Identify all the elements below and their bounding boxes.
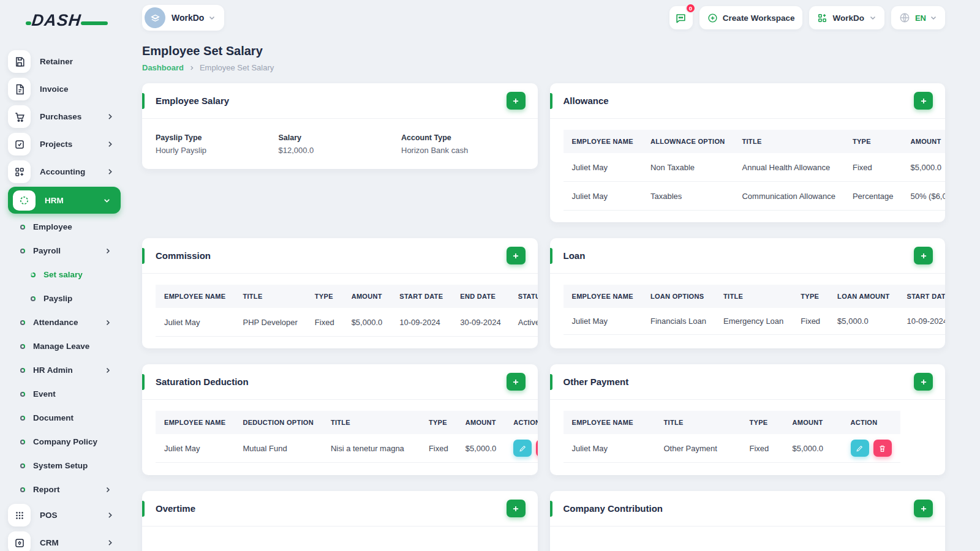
cell-status: Active [510, 308, 538, 337]
logo-text: DASH [31, 11, 82, 30]
cell-option: Mutual Fund [234, 434, 322, 463]
workspace-avatar [145, 7, 165, 28]
col-header: AMOUNT [457, 411, 505, 434]
commission-card: Commission EMPLOYEE NAME TITLE TYPE AMOU… [142, 238, 538, 348]
card-title: Loan [564, 250, 914, 261]
add-overtime-button[interactable] [507, 500, 526, 517]
col-header: END DATE [451, 285, 510, 308]
add-loan-button[interactable] [914, 247, 933, 264]
chevron-right-icon [104, 367, 111, 374]
sidebar-item-payroll[interactable]: Payroll [0, 239, 129, 263]
repeat-square-icon [8, 531, 31, 551]
plus-icon [919, 378, 928, 386]
cell-amount: $5,000.0 [457, 434, 505, 463]
bullet-icon [20, 392, 25, 397]
chevron-right-icon [106, 511, 114, 519]
create-workspace-button[interactable]: Create Workspace [699, 6, 803, 29]
sidebar-item-label: System Setup [33, 461, 129, 470]
add-other-payment-button[interactable] [914, 373, 933, 391]
add-saturation-deduction-button[interactable] [507, 373, 526, 391]
delete-button[interactable] [536, 440, 537, 457]
bullet-icon [20, 463, 25, 468]
cell-option: Financials Loan [642, 308, 715, 334]
add-allowance-button[interactable] [914, 92, 933, 110]
sidebar-item-label: Attendance [33, 318, 104, 327]
sidebar-item-label: Purchases [40, 112, 106, 121]
breadcrumb-dashboard-link[interactable]: Dashboard [142, 63, 184, 72]
chevron-down-icon [869, 14, 876, 21]
plus-icon [919, 97, 928, 105]
sidebar-item-company-policy[interactable]: Company Policy [0, 430, 129, 454]
cell-amount: $5,000.0 [343, 308, 391, 337]
sidebar-item-label: Company Policy [33, 437, 129, 446]
col-header: LOAN OPTIONS [642, 285, 715, 308]
sidebar-item-set-salary-active[interactable]: Set salary [0, 263, 129, 287]
sidebar-item-system-setup[interactable]: System Setup [0, 454, 129, 478]
edit-button[interactable] [513, 440, 532, 457]
language-selector[interactable]: EN [891, 6, 945, 29]
col-header: DEDUCTION OPTION [234, 411, 322, 434]
col-header: TITLE [733, 130, 843, 153]
messages-button[interactable]: 0 [669, 6, 693, 29]
bullet-icon [31, 272, 36, 277]
sidebar-item-payslip[interactable]: Payslip [0, 287, 129, 310]
cell-type: Fixed [306, 308, 343, 337]
file-icon [8, 78, 31, 100]
sidebar-item-attendance[interactable]: Attendance [0, 310, 129, 334]
add-commission-button[interactable] [507, 247, 526, 264]
chevron-down-icon [208, 14, 216, 21]
sidebar-item-event[interactable]: Event [0, 382, 129, 406]
sidebar-item-retainer[interactable]: Retainer [0, 48, 129, 75]
sidebar-item-label: Projects [40, 140, 106, 149]
sidebar-item-crm[interactable]: CRM [0, 529, 129, 551]
sidebar-item-hrm-active[interactable]: HRM [8, 187, 121, 214]
sidebar-item-pos[interactable]: POS [0, 501, 129, 529]
cell-end-date: 30-09-2024 [451, 308, 510, 337]
sidebar-item-label: Document [33, 413, 129, 422]
sidebar-item-label: Payroll [33, 246, 104, 255]
cell-amount: $5,000.0 [784, 434, 842, 463]
col-header: TYPE [306, 285, 343, 308]
sidebar-item-accounting[interactable]: Accounting [0, 158, 129, 186]
cell-employee: Juliet May [564, 182, 642, 211]
cell-title: Emergency Loan [715, 308, 792, 334]
col-header: START DATE [899, 285, 946, 308]
allowance-card: Allowance EMPLOYEE NAME ALLOWNACE OPTION… [550, 83, 946, 222]
sidebar-item-purchases[interactable]: Purchases [0, 103, 129, 130]
sidebar-item-hr-admin[interactable]: HR Admin [0, 358, 129, 382]
card-accent-bar [142, 93, 145, 109]
plus-icon [919, 252, 928, 260]
sidebar-item-invoice[interactable]: Invoice [0, 75, 129, 103]
sidebar-item-label: Event [33, 389, 129, 399]
delete-button[interactable] [873, 440, 892, 457]
card-accent-bar [142, 501, 145, 517]
bullet-icon [31, 296, 36, 301]
sidebar-item-employee[interactable]: Employee [0, 215, 129, 239]
cell-employee: Juliet May [156, 308, 234, 337]
saturation-deduction-card: Saturation Deduction EMPLOYEE NAME DEDUC… [142, 364, 538, 475]
chevron-right-icon [189, 65, 195, 71]
field-label: Salary [279, 133, 402, 142]
workspace-switcher[interactable]: WorkDo [142, 5, 224, 31]
check-square-icon [8, 133, 31, 156]
sidebar-item-report[interactable]: Report [0, 478, 129, 501]
card-title: Commission [156, 250, 507, 261]
col-header: TYPE [792, 285, 829, 308]
sidebar-item-document[interactable]: Document [0, 406, 129, 430]
sidebar-item-manage-leave[interactable]: Manage Leave [0, 334, 129, 358]
target-circle-icon [13, 190, 36, 211]
messages-badge: 0 [685, 3, 696, 13]
card-title: Employee Salary [156, 96, 507, 106]
overtime-card: Overtime [142, 491, 538, 551]
app-logo[interactable]: DASH [32, 11, 99, 36]
chevron-down-icon [930, 14, 937, 21]
add-company-contribution-button[interactable] [914, 500, 933, 517]
sidebar-item-projects[interactable]: Projects [0, 130, 129, 158]
workdo-menu-button[interactable]: WorkDo [809, 6, 884, 29]
edit-button[interactable] [851, 440, 869, 457]
card-accent-bar [142, 248, 145, 264]
workdo-menu-label: WorkDo [832, 13, 864, 23]
add-employee-salary-button[interactable] [507, 92, 526, 110]
card-title: Saturation Deduction [156, 377, 507, 387]
cell-title: Nisi a tenetur magna [322, 434, 420, 463]
